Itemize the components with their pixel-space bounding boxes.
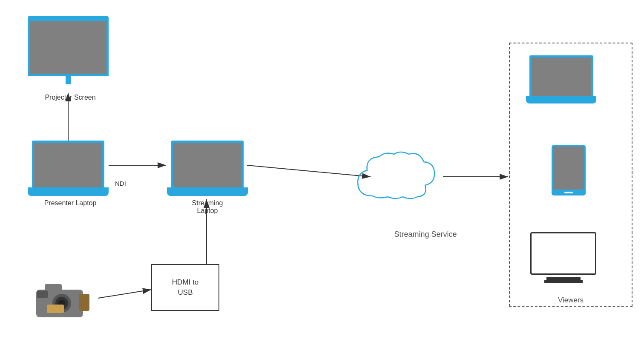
svg-rect-8 xyxy=(47,305,64,313)
tablet-button xyxy=(564,192,573,193)
viewer-tv-icon xyxy=(530,232,596,283)
arrow-camera-to-hdmi xyxy=(98,290,151,298)
viewers-label: Viewers xyxy=(509,296,632,305)
presenter-laptop-label: Presenter Laptop xyxy=(28,199,113,207)
svg-rect-5 xyxy=(45,284,62,292)
svg-rect-6 xyxy=(79,294,89,311)
streaming-laptop-label: StreamingLaptop xyxy=(167,199,248,215)
tv-screen xyxy=(530,232,596,275)
hdmi-usb-label: HDMI toUSB xyxy=(172,277,198,298)
viewer-tablet-icon xyxy=(552,145,586,196)
streaming-screen xyxy=(171,141,244,187)
tablet-screen xyxy=(552,145,586,190)
streaming-service-label: Streaming Service xyxy=(378,230,473,239)
projector-screen-icon xyxy=(28,16,109,84)
presenter-screen xyxy=(32,141,104,187)
svg-rect-7 xyxy=(37,290,48,298)
tv-foot xyxy=(544,280,583,283)
diagram: Projector Screen Presenter Laptop NDI St… xyxy=(0,0,644,345)
viewer-laptop-base xyxy=(526,96,596,104)
hdmi-usb-box: HDMI toUSB xyxy=(151,264,219,311)
streaming-base xyxy=(167,187,248,196)
screen-stand xyxy=(66,76,71,84)
camera-icon xyxy=(23,275,96,328)
ndi-label: NDI xyxy=(115,180,126,187)
projector-screen-label: Projector Screen xyxy=(28,94,113,101)
presenter-laptop-icon xyxy=(28,141,109,196)
presenter-base xyxy=(28,187,109,196)
tv-stand xyxy=(546,277,581,280)
screen-body xyxy=(28,21,109,76)
screen-top-bar xyxy=(28,16,109,21)
viewer-laptop-screen xyxy=(529,55,593,96)
streaming-laptop-icon xyxy=(167,141,248,196)
tablet-base xyxy=(552,190,586,196)
cloud-icon xyxy=(349,149,443,206)
viewer-laptop-icon xyxy=(526,55,596,104)
